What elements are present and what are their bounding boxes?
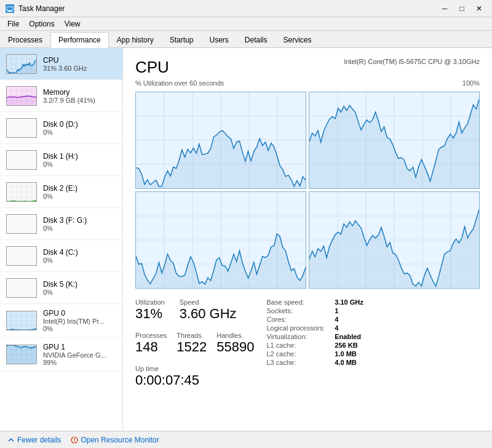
disk0-info: Disk 0 (D:) 0% (43, 120, 116, 136)
tab-details[interactable]: Details (237, 31, 276, 47)
window-controls: ─ □ ✕ (437, 2, 487, 15)
cpu-stats: 31% 3.60 GHz (43, 65, 116, 72)
chevron-up-icon (7, 436, 15, 444)
gpu0-info: GPU 0 Intel(R) Iris(TM) Pr... 0% (43, 309, 116, 332)
tab-services[interactable]: Services (276, 31, 320, 47)
open-resource-monitor-link[interactable]: Open Resource Monitor (71, 436, 159, 444)
cpu-info: CPU 31% 3.60 GHz (43, 56, 116, 72)
disk2-stats: 0% (43, 193, 116, 200)
cpu-graph-4 (309, 191, 480, 289)
cpu-thumb (6, 54, 37, 74)
handles-label: Handles (216, 332, 254, 339)
cpu-graph-3 (135, 191, 306, 289)
disk5-thumb (6, 278, 37, 298)
disk0-stats: 0% (43, 129, 116, 136)
logical-key: Logical processors: (267, 324, 325, 332)
sockets-val: 1 (335, 307, 363, 314)
sidebar-item-memory[interactable]: Memory 3.2/7.9 GB (41%) (0, 80, 122, 112)
disk2-thumb (6, 182, 37, 202)
virt-val: Enabled (335, 333, 363, 340)
disk1-label: Disk 1 (H:) (43, 152, 116, 161)
tab-startup[interactable]: Startup (162, 31, 202, 47)
disk2-label: Disk 2 (E:) (43, 184, 116, 193)
processes-group: Processes 148 (135, 332, 167, 355)
memory-thumb (6, 86, 37, 106)
graph-label: % Utilization over 60 seconds (135, 79, 224, 87)
utilization-label: Utilization (135, 298, 165, 306)
handles-value: 55890 (216, 339, 254, 355)
disk0-thumb (6, 118, 37, 138)
disk1-thumb (6, 150, 37, 170)
sidebar-item-disk5[interactable]: Disk 5 (K:) 0% (0, 272, 122, 304)
l3-key: L3 cache: (267, 359, 325, 366)
threads-value: 1522 (177, 339, 207, 355)
tab-app-history[interactable]: App history (109, 31, 162, 47)
title-bar: Task Manager ─ □ ✕ (0, 0, 492, 17)
close-button[interactable]: ✕ (471, 2, 487, 15)
tab-bar: Processes Performance App history Startu… (0, 31, 492, 48)
base-speed-key: Base speed: (267, 298, 325, 306)
cpu-graph-1 (135, 92, 306, 189)
speed-value: 3.60 GHz (180, 306, 237, 322)
disk5-stats: 0% (43, 289, 116, 296)
sidebar-item-cpu[interactable]: CPU 31% 3.60 GHz (0, 48, 122, 80)
maximize-button[interactable]: □ (454, 2, 470, 15)
sidebar-item-gpu1[interactable]: GPU 1 NVIDIA GeForce G... 99% (0, 338, 122, 372)
disk4-thumb (6, 246, 37, 266)
sidebar-item-disk0[interactable]: Disk 0 (D:) 0% (0, 112, 122, 144)
gpu0-name: Intel(R) Iris(TM) Pr... (43, 318, 116, 325)
uptime-value: 0:00:07:45 (135, 372, 255, 388)
gpu1-thumb (6, 345, 37, 364)
sidebar-item-gpu0[interactable]: GPU 0 Intel(R) Iris(TM) Pr... 0% (0, 304, 122, 338)
disk4-info: Disk 4 (C:) 0% (43, 248, 116, 264)
virt-key: Virtualization: (267, 333, 325, 340)
menu-view[interactable]: View (60, 18, 85, 30)
disk4-stats: 0% (43, 257, 116, 264)
handles-group: Handles 55890 (216, 332, 254, 355)
l1-key: L1 cache: (267, 342, 325, 349)
disk3-label: Disk 3 (F: G:) (43, 216, 116, 225)
gpu1-label: GPU 1 (43, 343, 116, 351)
minimize-button[interactable]: ─ (437, 2, 453, 15)
tab-processes[interactable]: Processes (0, 31, 50, 47)
stats-area: Utilization 31% Speed 3.60 GHz Processes… (135, 298, 480, 388)
disk0-label: Disk 0 (D:) (43, 120, 116, 129)
cores-val: 4 (335, 316, 363, 323)
cpu-model: Intel(R) Core(TM) i5-5675C CPU @ 3.10GHz (344, 58, 480, 65)
tab-performance[interactable]: Performance (50, 32, 109, 48)
uptime-label: Up time (135, 365, 255, 372)
l3-val: 4.0 MB (335, 359, 363, 366)
disk2-info: Disk 2 (E:) 0% (43, 184, 116, 200)
cpu-graphs-grid (135, 92, 480, 289)
window-title: Task Manager (18, 4, 437, 13)
logical-val: 4 (335, 324, 363, 332)
menu-options[interactable]: Options (24, 18, 59, 30)
gpu0-thumb (6, 311, 37, 330)
l2-val: 1.0 MB (335, 350, 363, 358)
sidebar: CPU 31% 3.60 GHz Memory 3.2/7.9 GB (41%)… (0, 48, 123, 431)
sidebar-item-disk3[interactable]: Disk 3 (F: G:) 0% (0, 208, 122, 240)
processes-value: 148 (135, 339, 167, 355)
sidebar-item-disk4[interactable]: Disk 4 (C:) 0% (0, 240, 122, 272)
svg-rect-3 (7, 11, 12, 12)
menu-file[interactable]: File (2, 18, 24, 30)
tab-users[interactable]: Users (201, 31, 236, 47)
gpu1-name: NVIDIA GeForce G... (43, 351, 116, 359)
gpu1-info: GPU 1 NVIDIA GeForce G... 99% (43, 343, 116, 366)
fewer-details-link[interactable]: Fewer details (7, 436, 61, 444)
monitor-icon (71, 436, 78, 444)
l1-val: 256 KB (335, 342, 363, 349)
disk4-label: Disk 4 (C:) (43, 248, 116, 257)
disk5-label: Disk 5 (K:) (43, 280, 116, 289)
sidebar-item-disk1[interactable]: Disk 1 (H:) 0% (0, 144, 122, 176)
specs-panel: Base speed: 3.10 GHz Sockets: 1 Cores: 4… (267, 298, 363, 388)
bottom-bar: Fewer details Open Resource Monitor (0, 431, 492, 448)
threads-group: Threads 1522 (177, 332, 207, 355)
disk3-info: Disk 3 (F: G:) 0% (43, 216, 116, 232)
gpu0-stats: 0% (43, 325, 116, 332)
sidebar-item-disk2[interactable]: Disk 2 (E:) 0% (0, 176, 122, 208)
page-title: CPU (135, 58, 169, 77)
svg-point-6 (74, 441, 76, 442)
app-icon (5, 4, 15, 14)
utilization-group: Utilization 31% (135, 298, 165, 322)
